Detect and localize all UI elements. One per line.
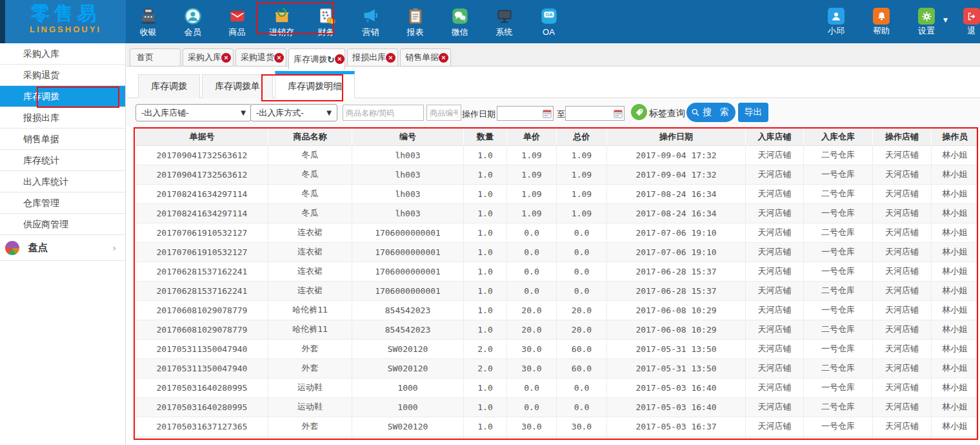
nav-item-report[interactable]: 报表 xyxy=(393,0,437,43)
nav-item-settings[interactable]: ▼ 设置 xyxy=(904,0,949,43)
nav-item-finance[interactable]: 财务 xyxy=(304,0,348,43)
nav-item-member[interactable]: 会员 xyxy=(170,0,215,43)
table-row[interactable]: 201705311350047940 外套 SW020120 2.0 30.0 … xyxy=(136,358,979,378)
cell-total-price: 60.0 xyxy=(557,358,607,378)
cell-unit-price: 1.09 xyxy=(507,203,557,223)
tab-stock-transfer[interactable]: 库存调拨 ↻ × xyxy=(288,48,345,70)
close-icon[interactable]: × xyxy=(221,53,231,63)
cell-qty: 2.0 xyxy=(464,339,507,358)
table-row[interactable]: 201705031637127365 外套 SW020120 1.0 30.0 … xyxy=(136,417,979,436)
col-header-operator[interactable]: 操作员 xyxy=(932,129,979,145)
sidebar-item-stock-stats[interactable]: 库存统计 xyxy=(0,150,125,171)
close-icon[interactable]: × xyxy=(274,53,284,63)
cell-in-warehouse: 一号仓库 xyxy=(804,417,873,436)
sidebar-item-damage-outbound[interactable]: 报损出库 xyxy=(0,107,125,129)
refresh-icon[interactable]: ↻ xyxy=(327,54,335,65)
col-header-unit-price[interactable]: 单价 xyxy=(507,129,557,145)
table-row[interactable]: 201705031640280995 运动鞋 1000 1.0 0.0 0.0 … xyxy=(136,378,979,397)
table-row[interactable]: 201708241634297114 冬瓜 lh003 1.0 1.09 1.0… xyxy=(136,184,979,203)
app-window: 零售易 LINGSHOUYI 收银 会员 商品 xyxy=(0,0,980,445)
table-row[interactable]: 201707061910532127 连衣裙 1706000000001 1.0… xyxy=(136,242,979,262)
sidebar-item-purchase-inbound[interactable]: 采购入库 xyxy=(0,43,125,65)
col-header-total-price[interactable]: 总价 xyxy=(557,129,607,145)
sidebar-item-warehouse-mgmt[interactable]: 仓库管理 xyxy=(0,192,125,214)
table-row[interactable]: 201706281537162241 连衣裙 1706000000001 1.0… xyxy=(136,262,979,281)
tag-query-label[interactable]: 标签查询 xyxy=(649,108,685,119)
table-row[interactable] xyxy=(136,436,979,441)
sidebar-item-sales-orders[interactable]: 销售单据 xyxy=(0,129,125,150)
tab-damage-outbound[interactable]: 报损出库 × xyxy=(347,48,398,67)
cell-op-date: 2017-08-24 16:34 xyxy=(607,184,746,203)
tag-icon xyxy=(635,108,644,117)
method-dropdown[interactable]: -出入库方式- ▼ xyxy=(250,104,337,121)
table-row[interactable]: 201706281537162241 连衣裙 1706000000001 1.0… xyxy=(136,281,979,300)
sidebar-item-supplier-mgmt[interactable]: 供应商管理 xyxy=(0,214,125,235)
cell-order-no: 201705031637127365 xyxy=(136,417,268,436)
nav-item-marketing[interactable]: 营销 xyxy=(348,0,393,43)
col-header-product-name[interactable]: 商品名称 xyxy=(268,129,352,145)
subtab-transfer-detail[interactable]: 库存调拨明细 xyxy=(275,71,355,98)
table-row[interactable]: 201706081029078779 哈伦裤11 854542023 1.0 2… xyxy=(136,300,979,320)
table-row[interactable]: 201706081029078779 哈伦裤11 854542023 1.0 2… xyxy=(136,320,979,339)
sidebar-item-purchase-return[interactable]: 采购退货 xyxy=(0,65,125,86)
nav-label: 帮助 xyxy=(873,26,890,36)
product-name-input[interactable] xyxy=(343,105,424,121)
col-header-code[interactable]: 编号 xyxy=(352,129,464,145)
col-header-op-store[interactable]: 操作店铺 xyxy=(873,129,932,145)
col-header-order-no[interactable]: 单据号 xyxy=(136,129,268,145)
main-nav: 收银 会员 商品 进销存 xyxy=(126,0,571,43)
sidebar-group-stocktake[interactable]: 盘点 › xyxy=(0,235,125,261)
table-row[interactable]: 201709041732563612 冬瓜 lh003 1.0 1.09 1.0… xyxy=(136,145,979,165)
finance-icon xyxy=(317,6,336,26)
table-row[interactable]: 201705031640280995 运动鞋 1000 1.0 0.0 0.0 … xyxy=(136,397,979,417)
cell-qty: 1.0 xyxy=(464,397,507,417)
table-row[interactable]: 201708241634297114 冬瓜 lh003 1.0 1.09 1.0… xyxy=(136,203,979,223)
close-icon[interactable]: × xyxy=(439,53,448,63)
search-button[interactable]: 搜 索 xyxy=(686,103,735,122)
product-code-input[interactable] xyxy=(426,105,461,121)
col-header-qty[interactable]: 数量 xyxy=(464,129,507,145)
sidebar-item-stock-transfer[interactable]: 库存调拨 xyxy=(0,86,125,107)
export-button[interactable]: 导出 xyxy=(738,103,768,122)
search-icon xyxy=(691,108,700,117)
nav-item-help[interactable]: 帮助 xyxy=(859,0,904,43)
col-header-op-date[interactable]: 操作日期 xyxy=(607,129,746,145)
store-dropdown[interactable]: -出入库店铺- ▼ xyxy=(135,104,252,121)
cell-qty: 1.0 xyxy=(464,145,507,165)
nav-label: 营销 xyxy=(363,28,379,37)
nav-item-product[interactable]: 商品 xyxy=(215,0,259,43)
tab-home[interactable]: 首页 xyxy=(130,48,181,67)
table-row[interactable]: 201707061910532127 连衣裙 1706000000001 1.0… xyxy=(136,223,979,242)
chevron-down-icon: ▼ xyxy=(326,109,332,116)
chevron-down-icon[interactable]: ▼ xyxy=(943,17,948,23)
nav-item-inventory[interactable]: 进销存 xyxy=(259,0,304,43)
col-header-in-warehouse[interactable]: 入库仓库 xyxy=(804,129,873,145)
date-to-input[interactable] xyxy=(565,106,625,121)
nav-item-system[interactable]: 系统 xyxy=(482,0,526,43)
close-icon[interactable]: × xyxy=(386,53,395,63)
subtab-transfer-orders[interactable]: 库存调拨单 xyxy=(202,74,273,98)
nav-item-cashier[interactable]: 收银 xyxy=(126,0,170,43)
subtab-stock-transfer[interactable]: 库存调拨 xyxy=(138,74,200,98)
tab-purchase-return[interactable]: 采购退货 × xyxy=(235,48,286,67)
cell-op-date: 2017-06-28 15:37 xyxy=(607,262,746,281)
cell-order-no: 201706081029078779 xyxy=(136,300,268,320)
nav-item-user[interactable]: 小邱 xyxy=(814,0,859,43)
cell-qty: 1.0 xyxy=(464,378,507,397)
sidebar-item-inout-stats[interactable]: 出入库统计 xyxy=(0,171,125,192)
table-row[interactable]: 201705311350047940 外套 SW020120 2.0 30.0 … xyxy=(136,339,979,358)
cell-in-store: 天河店铺 xyxy=(746,262,804,281)
nav-item-logout[interactable]: 退 xyxy=(949,0,980,43)
table-row[interactable]: 201709041732563612 冬瓜 lh003 1.0 1.09 1.0… xyxy=(136,165,979,184)
tag-query-button[interactable] xyxy=(631,104,647,120)
tab-sales-orders[interactable]: 销售单据 × xyxy=(400,48,451,67)
tab-purchase-inbound[interactable]: 采购入库 × xyxy=(183,48,234,67)
close-icon[interactable]: × xyxy=(335,54,345,64)
cell-product-name: 哈伦裤11 xyxy=(268,300,352,320)
nav-item-oa[interactable]: OA OA xyxy=(526,0,571,43)
date-from-input[interactable] xyxy=(497,106,554,121)
tab-label: 销售单据 xyxy=(405,52,439,63)
nav-item-wechat[interactable]: 微信 xyxy=(437,0,482,43)
col-header-in-store[interactable]: 入库店铺 xyxy=(746,129,804,145)
cell-operator: 林小姐 xyxy=(932,165,979,184)
